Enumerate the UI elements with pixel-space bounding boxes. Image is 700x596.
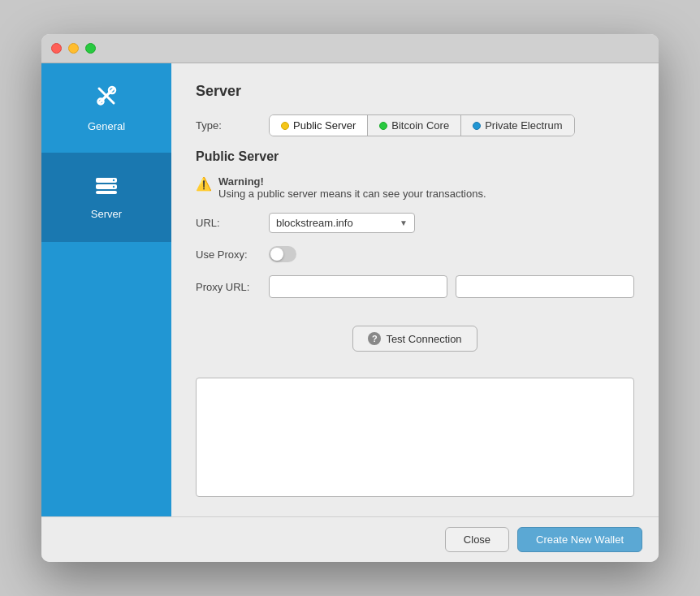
test-connection-row: ? Test Connection	[196, 317, 634, 365]
proxy-url-field-row: Proxy URL:	[196, 275, 634, 298]
main-window: General Server Server	[41, 34, 659, 562]
url-value: blockstream.info	[276, 217, 353, 229]
use-proxy-toggle-container	[269, 246, 296, 262]
svg-point-8	[113, 179, 115, 180]
radio-private-electrum[interactable]: Private Electrum	[461, 115, 573, 136]
server-section-title: Server	[196, 83, 634, 100]
proxy-port-input[interactable]	[456, 275, 634, 298]
radio-bitcoin-core[interactable]: Bitcoin Core	[368, 115, 461, 136]
sidebar: General Server	[41, 63, 171, 516]
server-type-radio-group: Public Server Bitcoin Core Private Elect…	[269, 114, 575, 136]
public-server-subsection-title: Public Server	[196, 149, 634, 164]
close-traffic-light[interactable]	[51, 43, 62, 54]
public-server-label: Public Server	[293, 119, 356, 132]
url-dropdown[interactable]: blockstream.info ▼	[269, 213, 415, 233]
bottom-bar: Close Create New Wallet	[41, 516, 659, 562]
warning-description: Using a public server means it can see y…	[218, 188, 486, 200]
url-label: URL:	[196, 217, 269, 229]
close-button[interactable]: Close	[445, 527, 509, 552]
titlebar	[41, 34, 659, 63]
proxy-host-input[interactable]	[269, 275, 447, 298]
content-area: General Server Server	[41, 63, 659, 516]
bitcoin-core-label: Bitcoin Core	[391, 119, 449, 132]
type-label: Type:	[196, 119, 269, 132]
output-log-area	[196, 378, 634, 497]
test-connection-button[interactable]: ? Test Connection	[352, 326, 477, 352]
svg-rect-7	[96, 191, 117, 194]
proxy-url-inputs	[269, 275, 634, 298]
sidebar-item-general[interactable]: General	[41, 63, 171, 153]
sidebar-item-server[interactable]: Server	[41, 153, 171, 242]
proxy-url-label: Proxy URL:	[196, 281, 269, 293]
dropdown-arrow-icon: ▼	[400, 218, 408, 227]
test-connection-label: Test Connection	[386, 333, 461, 345]
minimize-traffic-light[interactable]	[68, 43, 79, 54]
svg-point-9	[113, 185, 115, 187]
private-electrum-dot	[473, 122, 481, 130]
use-proxy-label: Use Proxy:	[196, 248, 269, 261]
question-icon: ?	[368, 332, 381, 345]
type-field-row: Type: Public Server Bitcoin Core Private…	[196, 114, 634, 136]
use-proxy-toggle[interactable]	[269, 246, 296, 262]
url-field-row: URL: blockstream.info ▼	[196, 213, 634, 233]
radio-public-server[interactable]: Public Server	[270, 115, 368, 136]
wrench-icon	[94, 84, 119, 114]
warning-title: Warning!	[218, 175, 264, 188]
warning-icon: ⚠️	[196, 176, 212, 192]
public-server-dot	[281, 122, 289, 130]
private-electrum-label: Private Electrum	[485, 119, 562, 132]
warning-text: Warning! Using a public server means it …	[218, 175, 486, 200]
sidebar-server-label: Server	[91, 208, 122, 220]
warning-box: ⚠️ Warning! Using a public server means …	[196, 175, 634, 200]
create-new-wallet-button[interactable]: Create New Wallet	[517, 527, 642, 552]
sidebar-general-label: General	[88, 120, 125, 132]
server-icon	[94, 175, 119, 201]
use-proxy-field-row: Use Proxy:	[196, 246, 634, 262]
main-panel: Server Type: Public Server Bitcoin Core	[171, 63, 659, 516]
maximize-traffic-light[interactable]	[85, 43, 96, 54]
bitcoin-core-dot	[379, 122, 387, 130]
